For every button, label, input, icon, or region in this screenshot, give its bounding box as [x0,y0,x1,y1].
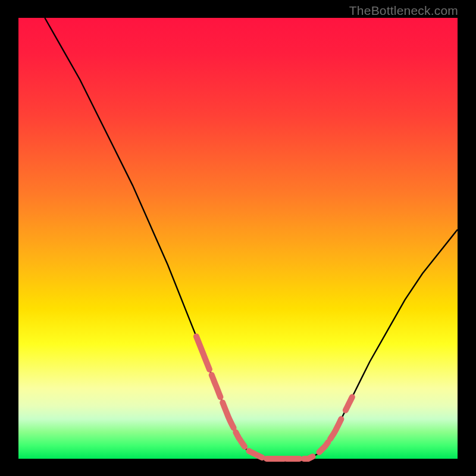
highlight-capsule [236,433,245,447]
highlight-capsule [212,375,221,397]
highlight-capsule [196,336,209,369]
highlight-capsule [346,397,352,410]
highlight-capsule [320,442,328,452]
bottleneck-curve [45,18,458,459]
highlight-capsule [223,403,233,428]
highlight-capsule [304,456,313,459]
watermark-text: TheBottleneck.com [349,4,458,18]
highlight-segments [196,336,352,459]
highlight-capsule [249,451,262,458]
highlight-capsule [330,419,341,439]
